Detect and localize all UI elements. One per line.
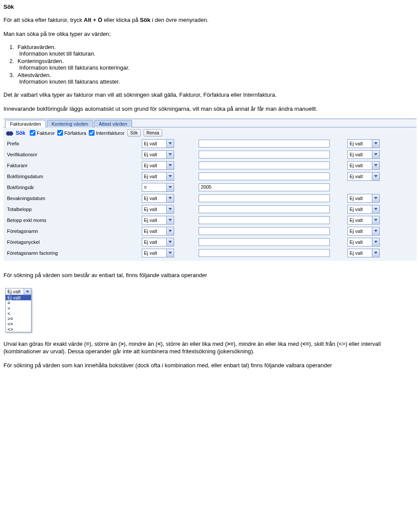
chevron-down-icon	[168, 142, 172, 144]
value-input[interactable]	[199, 249, 330, 257]
field-label: Bokföringsår	[6, 185, 142, 190]
value-input[interactable]	[199, 238, 330, 246]
operator-select[interactable]: Ej valt	[142, 139, 174, 148]
chevron-down-icon	[168, 241, 172, 243]
search-button[interactable]: Sök	[127, 129, 141, 137]
para-operand-explanation: Urval kan göras för exakt värde (=), stö…	[4, 340, 416, 355]
operator-select-2[interactable]: Ej valt	[347, 139, 380, 148]
binoculars-icon	[6, 130, 13, 136]
operand-listbox[interactable]: Ej valt Ej valt=><>=<=<>	[5, 288, 32, 332]
operand-option[interactable]: <=	[6, 321, 31, 327]
chevron-down-icon	[374, 208, 378, 210]
chevron-down-icon	[168, 197, 172, 199]
check-fakturor[interactable]: Fakturor	[30, 130, 55, 136]
chevron-down-icon	[374, 252, 378, 254]
value-input[interactable]	[199, 140, 330, 148]
operand-option[interactable]: =	[6, 300, 31, 306]
field-label: Prefix	[6, 141, 142, 146]
para-text-operands: För sökning på värden som kan innehålla …	[4, 362, 416, 369]
operator-select-2[interactable]: Ej valt	[347, 172, 380, 181]
value-input[interactable]	[199, 227, 330, 235]
operator-select-2[interactable]: Ej valt	[347, 238, 380, 246]
para-year-default: Innevarande bokföringsår läggs automatis…	[4, 105, 416, 113]
chevron-down-icon	[374, 153, 378, 155]
chevron-down-icon	[374, 142, 378, 144]
operator-select[interactable]: Ej valt	[142, 227, 174, 236]
operator-select[interactable]: Ej valt	[142, 216, 174, 225]
operand-option[interactable]: Ej valt	[6, 295, 31, 300]
check-forfaktura[interactable]: Förfaktura	[57, 130, 86, 136]
chevron-down-icon	[374, 219, 378, 221]
field-label: Totalbelopp	[6, 207, 142, 212]
operator-select-2[interactable]: Ej valt	[347, 161, 380, 170]
field-label: Fakturanr	[6, 163, 142, 168]
field-label: Belopp exkl moms	[6, 218, 142, 223]
value-type-list: Fakturavärden. Information knutet till f…	[16, 44, 416, 85]
chevron-down-icon	[168, 153, 172, 155]
intro-line-1: För att söka efter fakturor, tryck Alt +…	[4, 16, 416, 24]
value-input[interactable]	[199, 172, 330, 180]
chevron-down-icon	[374, 164, 378, 166]
list-item: Attestvärden. Information knuten till fa…	[16, 72, 416, 85]
operator-select[interactable]: Ej valt	[142, 161, 174, 170]
field-label: Företagsnyckel	[6, 239, 142, 245]
search-panel-screenshot: Fakturavärden Kontering värden Attest vä…	[4, 119, 416, 261]
chevron-down-icon	[374, 175, 378, 177]
field-label: Bevakningsdatum	[6, 196, 142, 201]
chevron-down-icon	[168, 175, 172, 177]
value-input[interactable]	[199, 162, 330, 169]
value-input[interactable]	[199, 151, 330, 158]
chevron-down-icon	[168, 164, 172, 166]
operand-option[interactable]: <>	[6, 327, 31, 332]
tab-konteringvarden[interactable]: Kontering värden	[47, 120, 93, 127]
operator-select[interactable]: =	[142, 183, 174, 192]
page-title: Sök	[4, 4, 416, 10]
chevron-down-icon	[24, 288, 31, 295]
intro-line-2: Man kan söka på tre olika typer av värde…	[4, 30, 416, 38]
clear-button[interactable]: Rensa	[144, 129, 162, 137]
tab-fakturavarden[interactable]: Fakturavärden	[5, 120, 46, 127]
field-label: Företagsnamn factoring	[6, 250, 142, 256]
operator-select[interactable]: Ej valt	[142, 194, 174, 203]
operator-select[interactable]: Ej valt	[142, 249, 174, 257]
field-label: Företagsnamn	[6, 229, 142, 234]
operator-select-2[interactable]: Ej valt	[347, 205, 380, 214]
list-item: Konteringsvärden. Information knuten til…	[16, 58, 416, 71]
operand-option[interactable]: >=	[6, 316, 31, 321]
operator-select-2[interactable]: Ej valt	[347, 227, 380, 236]
operator-select[interactable]: Ej valt	[142, 150, 174, 159]
list-item: Fakturavärden. Information knutet till f…	[16, 44, 416, 57]
operator-select[interactable]: Ej valt	[142, 205, 174, 214]
chevron-down-icon	[374, 230, 378, 232]
chevron-down-icon	[168, 252, 172, 254]
field-label: Bokföringsdatum	[6, 174, 142, 179]
chevron-down-icon	[374, 241, 378, 243]
operator-select[interactable]: Ej valt	[142, 238, 174, 246]
para-numeric-operands: För sökning på värden som består av enba…	[4, 271, 416, 279]
operator-select-2[interactable]: Ej valt	[347, 150, 380, 159]
operand-listbox-selected[interactable]: Ej valt	[6, 288, 31, 295]
operator-select-2[interactable]: Ej valt	[347, 249, 380, 257]
value-input[interactable]	[199, 205, 330, 213]
check-internfakturor[interactable]: Internfakturor	[89, 130, 124, 136]
field-label: Verifikationsnr	[6, 152, 142, 157]
operator-select-2[interactable]: Ej valt	[347, 216, 380, 225]
value-input[interactable]: 2005	[199, 183, 330, 191]
chevron-down-icon	[168, 230, 172, 232]
chevron-down-icon	[374, 197, 378, 199]
operator-select-2[interactable]: Ej valt	[347, 194, 380, 203]
value-input[interactable]	[199, 216, 330, 224]
operand-option[interactable]: <	[6, 311, 31, 316]
chevron-down-icon	[168, 186, 172, 188]
value-input[interactable]	[199, 194, 330, 202]
para-type-choice: Det är valbart vilka typer av fakturor m…	[4, 91, 416, 99]
chevron-down-icon	[168, 208, 172, 210]
operand-option[interactable]: >	[6, 306, 31, 311]
tab-attestvarden[interactable]: Attest värden	[94, 120, 132, 127]
search-label: Sök	[16, 130, 25, 136]
operator-select[interactable]: Ej valt	[142, 172, 174, 181]
chevron-down-icon	[168, 219, 172, 221]
